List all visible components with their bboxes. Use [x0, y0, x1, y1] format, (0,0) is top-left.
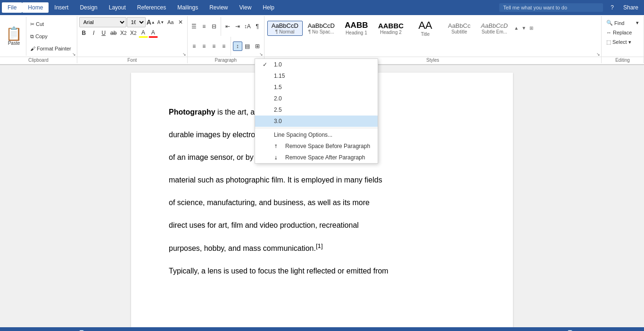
show-formatting-button[interactable]: ¶ — [253, 22, 262, 31]
remove-space-after-item[interactable]: ⤓ Remove Space After Paragraph — [255, 152, 378, 163]
text-highlight-button[interactable]: A — [139, 28, 148, 38]
format-painter-icon: 🖌 — [30, 46, 35, 51]
style-subtle-em[interactable]: AaBbCcD Subtle Em... — [477, 21, 512, 36]
spacing-1-0[interactable]: ✓ 1.0 — [255, 59, 378, 70]
font-group-label: Font — [77, 57, 187, 63]
ribbon: 📋 Paste ✂ Cut ⧉ Copy 🖌 Format Painter Cl… — [0, 15, 644, 65]
grow-font-button[interactable]: A▲ — [146, 17, 156, 27]
superscript-button[interactable]: X2 — [129, 28, 138, 38]
tab-review[interactable]: Review — [204, 2, 233, 13]
tab-help[interactable]: Help — [257, 2, 280, 13]
paragraph-group-label: Paragraph — [188, 57, 264, 63]
style-no-space-label: ¶ No Spac... — [308, 29, 334, 34]
paste-button[interactable]: 📋 Paste — [2, 17, 26, 56]
clipboard-expand-icon[interactable]: ↘ — [72, 52, 76, 57]
align-center-button[interactable]: ≡ — [199, 41, 209, 51]
spacing-1-15[interactable]: 1.15 — [255, 70, 378, 82]
para-separator2 — [231, 37, 231, 56]
spacing-1-5[interactable]: 1.5 — [255, 82, 378, 93]
spacing-2-5-label: 2.5 — [274, 107, 282, 113]
editing-group-label: Editing — [602, 57, 644, 63]
editing-group: 🔍 Find ▾ ↔ Replace ⬚ Select ▾ Editing — [602, 16, 644, 63]
tab-insert[interactable]: Insert — [49, 2, 74, 13]
para-separator1 — [221, 17, 221, 36]
shrink-font-button[interactable]: A▼ — [156, 17, 165, 27]
paragraph-4: material such as photographic film. It i… — [169, 169, 475, 191]
italic-button[interactable]: I — [89, 28, 99, 38]
line-spacing-options-label: Line Spacing Options... — [274, 132, 332, 138]
style-normal[interactable]: AaBbCcD ¶ Normal — [267, 21, 303, 36]
style-subtle-em-label: Subtle Em... — [481, 29, 507, 34]
strikethrough-button[interactable]: ab — [109, 28, 118, 38]
spacing-2-0[interactable]: 2.0 — [255, 93, 378, 104]
increase-indent-button[interactable]: ⇥ — [233, 22, 242, 31]
share-button[interactable]: Share — [618, 2, 644, 13]
styles-expand-icon[interactable]: ↘ — [596, 52, 600, 57]
style-heading1[interactable]: AABB Heading 1 — [340, 19, 373, 37]
subscript-button[interactable]: X2 — [119, 28, 128, 38]
justify-button[interactable]: ≡ — [219, 41, 229, 51]
remove-space-before-item[interactable]: ⤒ Remove Space Before Paragraph — [255, 141, 378, 152]
multilevel-list-button[interactable]: ⊟ — [209, 22, 219, 31]
search-input[interactable] — [499, 3, 603, 12]
style-heading2[interactable]: AABBC Heading 2 — [374, 20, 408, 36]
select-button[interactable]: ⬚ Select ▾ — [604, 38, 641, 46]
spacing-2-5[interactable]: 2.5 — [255, 104, 378, 116]
find-button[interactable]: 🔍 Find ▾ — [604, 19, 641, 27]
style-title[interactable]: AA Title — [409, 18, 442, 38]
tab-file[interactable]: File — [2, 2, 22, 13]
styles-expand[interactable]: ⊞ — [528, 25, 535, 31]
clipboard-group: 📋 Paste ✂ Cut ⧉ Copy 🖌 Format Painter Cl… — [0, 16, 77, 63]
tab-home[interactable]: Home — [22, 2, 49, 13]
styles-gallery: AaBbCcD ¶ Normal AaBbCcD ¶ No Spac... AA… — [266, 17, 599, 39]
status-bar: Page 1 of 1 64 of 190 words 📄 English (U… — [0, 327, 644, 331]
change-case-button[interactable]: Aa — [166, 17, 175, 27]
font-row1: Arial 16 A▲ A▼ Aa ✕ — [79, 17, 185, 27]
style-no-space[interactable]: AaBbCcD ¶ No Spac... — [304, 21, 339, 36]
borders-button[interactable]: ⊞ — [253, 41, 262, 51]
find-icon: 🔍 — [606, 20, 613, 26]
style-subtitle[interactable]: AaBbCc Subtitle — [443, 21, 476, 36]
font-size-select[interactable]: 16 — [127, 17, 146, 27]
sort-button[interactable]: ↕A — [243, 22, 252, 31]
spacing-3-0[interactable]: 3.0 — [255, 116, 378, 127]
copy-button[interactable]: ⧉ Copy — [28, 33, 73, 41]
tab-references[interactable]: References — [132, 2, 172, 13]
font-group: Arial 16 A▲ A▼ Aa ✕ B I U ab X2 X2 A A F — [77, 16, 188, 63]
align-right-button[interactable]: ≡ — [209, 41, 219, 51]
tab-view[interactable]: View — [234, 2, 257, 13]
decrease-indent-button[interactable]: ⇤ — [223, 22, 232, 31]
bullets-button[interactable]: ☰ — [190, 22, 199, 31]
style-no-space-preview: AaBbCcD — [308, 22, 335, 29]
tab-design[interactable]: Design — [74, 2, 103, 13]
cut-icon: ✂ — [30, 21, 34, 27]
line-spacing-options-item[interactable]: Line Spacing Options... — [255, 129, 378, 141]
font-color-button[interactable]: A — [149, 28, 158, 38]
style-subtitle-label: Subtitle — [451, 29, 467, 34]
tab-mailings[interactable]: Mailings — [172, 2, 204, 13]
remove-space-before-icon: ⤒ — [274, 144, 281, 149]
align-left-button[interactable]: ≡ — [190, 41, 199, 51]
help-icon[interactable]: ? — [607, 2, 618, 13]
line-spacing-button[interactable]: ↕ — [233, 41, 242, 51]
bold-button[interactable]: B — [79, 28, 89, 38]
styles-scroll-down[interactable]: ▼ — [520, 25, 527, 31]
paste-icon: 📋 — [6, 27, 22, 41]
replace-button[interactable]: ↔ Replace — [604, 29, 641, 36]
font-name-select[interactable]: Arial — [79, 17, 126, 27]
format-painter-button[interactable]: 🖌 Format Painter — [28, 45, 73, 52]
shading-button[interactable]: ▤ — [243, 41, 252, 51]
remove-space-before-label: Remove Space Before Paragraph — [285, 143, 370, 149]
cut-button[interactable]: ✂ Cut — [28, 20, 73, 28]
clear-format-button[interactable]: ✕ — [176, 17, 185, 27]
style-heading2-preview: AABBC — [378, 22, 404, 30]
underline-button[interactable]: U — [99, 28, 108, 38]
font-expand-icon[interactable]: ↘ — [182, 52, 186, 57]
styles-scroll-up[interactable]: ▲ — [513, 25, 520, 31]
find-dropdown[interactable]: ▾ — [636, 20, 639, 26]
tab-bar: File Home Insert Design Layout Reference… — [0, 0, 644, 15]
paragraph-expand-icon[interactable]: ↘ — [259, 52, 263, 57]
photography-bold: Photography — [169, 108, 215, 116]
tab-layout[interactable]: Layout — [103, 2, 132, 13]
numbering-button[interactable]: ≡ — [199, 22, 209, 31]
